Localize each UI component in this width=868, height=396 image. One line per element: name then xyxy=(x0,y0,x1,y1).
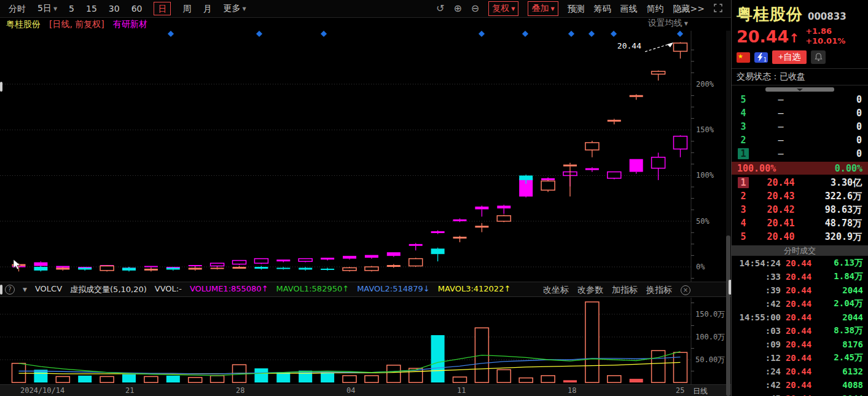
chart-legend: 粤桂股份 [日线, 前复权] 有研新材 设置均线▼ xyxy=(0,18,731,31)
alert-bell-icon[interactable] xyxy=(811,50,826,64)
legend-stock-name: 粤桂股份 xyxy=(6,19,41,30)
svg-text:150%: 150% xyxy=(696,125,714,134)
sell-price: — xyxy=(749,94,813,105)
simple-mode-button-label: 简约 xyxy=(647,4,664,14)
sell-level-number: 4 xyxy=(738,108,749,119)
quote-panel: 粤桂股份 000833 20.44↑ +1.86 +10.01% ★ 1 +自选… xyxy=(731,0,868,396)
tick-trades-header[interactable]: 分时成交 xyxy=(732,245,868,256)
left-splitter-handle-bottom[interactable] xyxy=(0,285,2,295)
chevron-down-icon: ▼ xyxy=(242,6,246,12)
add-indicator-button[interactable]: 加指标 xyxy=(612,285,638,296)
tab-weekly[interactable]: 周 xyxy=(182,2,191,15)
tab-5min[interactable]: 5 xyxy=(69,2,74,15)
zoom-out-icon[interactable]: ⊖ xyxy=(471,4,479,14)
tab-5day[interactable]: 5日▼ xyxy=(37,2,57,15)
stock-name: 粤桂股份 xyxy=(737,4,803,25)
legend-chart-mode: [日线, 前复权] xyxy=(49,19,104,30)
sell-price: — xyxy=(749,148,813,159)
cn-market-flag-icon: ★ xyxy=(737,52,750,63)
time-axis-label: 18 xyxy=(568,386,576,395)
time-axis[interactable]: 2024/10/14212804111825日线 xyxy=(0,384,731,396)
chips-button[interactable]: 筹码 xyxy=(594,2,611,15)
hide-button[interactable]: 隐藏>> xyxy=(673,2,705,15)
period-label: 日线 xyxy=(693,386,708,396)
time-axis-label: 21 xyxy=(125,386,134,395)
adjust-price-dropdown[interactable]: 复权▼ xyxy=(488,1,518,16)
svg-text:150.0万: 150.0万 xyxy=(695,310,725,319)
lightning-trade-icon[interactable]: 1 xyxy=(754,52,768,63)
trade-row: :4220.442.04万 xyxy=(732,297,868,311)
buy-level-number: 2 xyxy=(738,191,749,202)
svg-text:100%: 100% xyxy=(696,171,714,180)
tab-60min[interactable]: 60 xyxy=(131,2,143,15)
trade-price: 20.44 xyxy=(781,366,816,376)
buy-price: 20.43 xyxy=(749,191,813,202)
chevron-down-icon: ▼ xyxy=(550,6,554,12)
trade-row: 14:55:0020.442044 xyxy=(732,311,868,324)
buy-level-number: 4 xyxy=(738,218,749,229)
trade-price: 20.44 xyxy=(781,353,816,363)
trade-volume: 2.45万 xyxy=(816,352,863,363)
help-icon[interactable]: ? xyxy=(5,285,15,295)
volume-chart-canvas[interactable]: 150.0万100.0万50.00万 xyxy=(0,298,731,384)
forecast-button[interactable]: 预测 xyxy=(568,2,585,15)
time-axis-label: 04 xyxy=(346,386,355,395)
chart-scrollbar[interactable] xyxy=(726,31,730,396)
trade-volume: 2044 xyxy=(816,285,863,295)
main-chart-canvas[interactable]: 200%150%100%50%0%20.44 xyxy=(0,31,731,282)
stock-header: 粤桂股份 000833 xyxy=(732,0,868,25)
fullscreen-icon[interactable] xyxy=(714,4,722,14)
buy-level-row: 420.4148.78万 xyxy=(732,216,868,230)
scrollbar-thumb[interactable] xyxy=(726,236,730,396)
trade-time: :33 xyxy=(737,272,781,282)
tab-daily-label: 日 xyxy=(158,4,166,14)
tab-fenshi-label: 分时 xyxy=(9,4,26,14)
change-param-button[interactable]: 改参数 xyxy=(577,285,603,296)
sell-level-row: 1—0 xyxy=(732,147,868,160)
trade-row: :0920.448176 xyxy=(732,338,868,351)
sell-qty: 0 xyxy=(813,148,862,159)
trade-volume: 6132 xyxy=(816,366,863,376)
tab-daily[interactable]: 日 xyxy=(154,2,171,15)
change-coord-button[interactable]: 改坐标 xyxy=(543,285,569,296)
adjust-price-dropdown-label: 复权 xyxy=(492,3,509,13)
close-indicator-icon[interactable]: × xyxy=(681,285,690,295)
overlay-dropdown[interactable]: 叠加▼ xyxy=(528,1,558,16)
orderbook-collapse-handle[interactable] xyxy=(765,87,834,92)
indicator-value-6: MAVOL3:412022↑ xyxy=(438,284,511,295)
tick-trades-list[interactable]: 14:54:2420.446.13万:3320.441.84万:3920.442… xyxy=(732,256,868,396)
zoom-in-icon-label: ⊕ xyxy=(453,2,461,14)
buy-level-row: 120.443.30亿 xyxy=(732,176,868,189)
sell-qty: 0 xyxy=(813,121,862,132)
svg-text:200%: 200% xyxy=(696,80,714,89)
tab-30min[interactable]: 30 xyxy=(109,2,120,15)
collapse-icon[interactable]: ▼ xyxy=(23,287,27,293)
legend-overlay-stock[interactable]: 有研新材 xyxy=(113,19,147,30)
trade-row: :3320.441.84万 xyxy=(732,270,868,283)
undo-icon[interactable]: ↺ xyxy=(436,4,444,14)
zoom-in-icon[interactable]: ⊕ xyxy=(453,4,461,14)
left-splitter-handle-top[interactable] xyxy=(0,82,2,92)
tab-15min[interactable]: 15 xyxy=(86,2,97,15)
tab-monthly[interactable]: 月 xyxy=(203,2,211,15)
trade-volume: 8.38万 xyxy=(816,325,863,336)
trade-volume: 2044 xyxy=(816,312,863,322)
trade-row: :3920.442044 xyxy=(732,283,868,297)
sell-level-number: 5 xyxy=(738,94,749,105)
trade-row: :0320.448.38万 xyxy=(732,324,868,338)
ma-settings-dropdown[interactable]: 设置均线▼ xyxy=(648,18,688,29)
indicator-value-1: 虚拟成交量(5,10,20) xyxy=(70,284,147,295)
buy-order-book: 120.443.30亿220.43322.6万320.4298.63万420.4… xyxy=(732,176,868,244)
simple-mode-button[interactable]: 简约 xyxy=(647,2,664,15)
overlay-dropdown-label: 叠加 xyxy=(531,3,549,13)
trade-price: 20.44 xyxy=(781,326,816,336)
trade-time: :03 xyxy=(737,326,781,336)
trade-row: :2420.446132 xyxy=(732,365,868,378)
add-watchlist-button[interactable]: +自选 xyxy=(772,50,807,64)
forecast-button-label: 预测 xyxy=(568,4,585,14)
switch-indicator-button[interactable]: 换指标 xyxy=(646,285,672,296)
tab-more[interactable]: 更多▼ xyxy=(223,2,246,15)
tab-fenshi[interactable]: 分时 xyxy=(9,2,26,15)
trade-price: 20.44 xyxy=(781,394,816,396)
draw-line-button[interactable]: 画线 xyxy=(620,2,638,15)
